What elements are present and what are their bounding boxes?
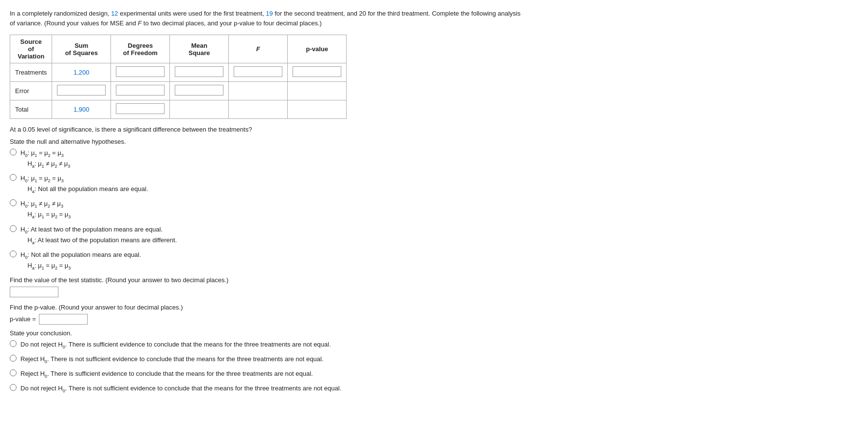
pvalue-section: Find the p-value. (Round your answer to … [10, 304, 526, 325]
error-ms-cell [170, 82, 229, 100]
conclusion-radio-2[interactable] [10, 355, 17, 362]
intro-num-19: 19 [266, 10, 273, 17]
anova-table: Sourceof Variation Sumof Squares Degrees… [10, 35, 347, 119]
intro-f-italic: F [138, 19, 142, 27]
col-header-ss: Sumof Squares [52, 35, 111, 63]
hypothesis-option-1[interactable]: H0: μ1 = μ2 = μ3 Ha: μ1 ≠ μ2 ≠ μ3 [10, 148, 526, 170]
total-dof-input[interactable] [116, 103, 165, 114]
error-dof-cell [111, 82, 170, 100]
treatments-f-input[interactable] [234, 66, 282, 77]
table-row-treatments: Treatments 1,200 [10, 63, 347, 82]
conclusion-text-3: Reject H0. There is sufficient evidence … [20, 369, 313, 380]
conclusion-option-3[interactable]: Reject H0. There is sufficient evidence … [10, 369, 526, 380]
table-row-error: Error [10, 82, 347, 100]
pvalue-label: Find the p-value. (Round your answer to … [10, 304, 526, 311]
hypothesis-ha-5: Ha: μ1 = μ2 = μ3 [20, 261, 141, 271]
total-label: Total [10, 100, 52, 119]
hypothesis-h0-1: H0: μ1 = μ2 = μ3 [20, 148, 70, 159]
hypothesis-content-4: H0: At least two of the population means… [20, 225, 177, 246]
conclusion-radio-4[interactable] [10, 384, 17, 391]
conclusion-text-4: Do not reject H0. There is not sufficien… [20, 384, 341, 394]
intro-paragraph: In a completely randomized design, 12 ex… [10, 9, 526, 28]
hypothesis-content-1: H0: μ1 = μ2 = μ3 Ha: μ1 ≠ μ2 ≠ μ3 [20, 148, 70, 170]
hypothesis-options: H0: μ1 = μ2 = μ3 Ha: μ1 ≠ μ2 ≠ μ3 H0: μ1… [10, 148, 526, 271]
treatments-f-cell [229, 63, 288, 82]
error-f-cell [229, 82, 288, 100]
col-header-source: Sourceof Variation [10, 35, 52, 63]
hypothesis-ha-2: Ha: Not all the population means are equ… [20, 184, 148, 195]
conclusion-text-1: Do not reject H0. There is sufficient ev… [20, 340, 331, 350]
col-header-pvalue: p-value [288, 35, 347, 63]
treatments-ms-cell [170, 63, 229, 82]
test-stat-input[interactable] [10, 287, 58, 297]
hypothesis-option-2[interactable]: H0: μ1 = μ2 = μ3 Ha: Not all the populat… [10, 174, 526, 195]
intro-num-12: 12 [111, 10, 118, 17]
significance-question: At a 0.05 level of significance, is ther… [10, 126, 526, 133]
hypothesis-h0-3: H0: μ1 ≠ μ2 ≠ μ3 [20, 199, 71, 210]
treatments-ms-input[interactable] [175, 66, 223, 77]
hypothesis-ha-1: Ha: μ1 ≠ μ2 ≠ μ3 [20, 159, 70, 170]
hypothesis-ha-4: Ha: At least two of the population means… [20, 235, 177, 246]
hypothesis-radio-5[interactable] [10, 251, 17, 257]
error-dof-input[interactable] [116, 85, 165, 96]
conclusion-section: State your conclusion. Do not reject H0.… [10, 329, 526, 394]
table-row-total: Total 1,900 [10, 100, 347, 119]
hypothesis-option-3[interactable]: H0: μ1 ≠ μ2 ≠ μ3 Ha: μ1 = μ2 = μ3 [10, 199, 526, 220]
hypothesis-radio-1[interactable] [10, 149, 17, 155]
intro-text-end: to two decimal places, and your p-value … [142, 19, 322, 27]
intro-text-before-12: In a completely randomized design, [10, 10, 111, 17]
conclusion-option-1[interactable]: Do not reject H0. There is sufficient ev… [10, 340, 526, 350]
treatments-pv-input[interactable] [293, 66, 341, 77]
error-pv-cell [288, 82, 347, 100]
total-pv-cell [288, 100, 347, 119]
hypothesis-content-5: H0: Not all the population means are equ… [20, 250, 141, 271]
hypothesis-ha-3: Ha: μ1 = μ2 = μ3 [20, 210, 71, 220]
conclusion-option-4[interactable]: Do not reject H0. There is not sufficien… [10, 384, 526, 394]
hypothesis-radio-2[interactable] [10, 174, 17, 181]
conclusion-option-2[interactable]: Reject H0. There is not sufficient evide… [10, 354, 526, 365]
pvalue-prefix: p-value = [10, 315, 36, 323]
col-header-ms: MeanSquare [170, 35, 229, 63]
total-dof-cell [111, 100, 170, 119]
pvalue-row: p-value = [10, 314, 526, 325]
hypothesis-h0-5: H0: Not all the population means are equ… [20, 250, 141, 261]
error-label: Error [10, 82, 52, 100]
col-header-dof: Degreesof Freedom [111, 35, 170, 63]
total-ss-value: 1,900 [52, 100, 111, 119]
treatments-label: Treatments [10, 63, 52, 82]
conclusion-label: State your conclusion. [10, 329, 526, 337]
hypothesis-h0-4: H0: At least two of the population means… [20, 225, 177, 235]
error-ss-input[interactable] [57, 85, 106, 96]
hypothesis-h0-2: H0: μ1 = μ2 = μ3 [20, 174, 148, 184]
state-hypotheses-label: State the null and alternative hypothese… [10, 138, 526, 145]
pvalue-input[interactable] [39, 314, 88, 325]
hypothesis-content-2: H0: μ1 = μ2 = μ3 Ha: Not all the populat… [20, 174, 148, 195]
test-stat-label: Find the value of the test statistic. (R… [10, 276, 526, 284]
conclusion-radio-3[interactable] [10, 369, 17, 376]
conclusion-radio-1[interactable] [10, 340, 17, 347]
treatments-ss-value: 1,200 [52, 63, 111, 82]
hypothesis-option-5[interactable]: H0: Not all the population means are equ… [10, 250, 526, 271]
treatments-pv-cell [288, 63, 347, 82]
hypothesis-radio-3[interactable] [10, 199, 17, 206]
test-stat-section: Find the value of the test statistic. (R… [10, 276, 526, 299]
hypothesis-radio-4[interactable] [10, 225, 17, 232]
col-header-f: F [229, 35, 288, 63]
treatments-dof-cell [111, 63, 170, 82]
hypothesis-option-4[interactable]: H0: At least two of the population means… [10, 225, 526, 246]
total-ms-cell [170, 100, 229, 119]
intro-text-after-12: experimental units were used for the fir… [118, 10, 266, 17]
conclusion-text-2: Reject H0. There is not sufficient evide… [20, 354, 323, 365]
treatments-dof-input[interactable] [116, 66, 165, 77]
conclusion-options: Do not reject H0. There is sufficient ev… [10, 340, 526, 394]
hypothesis-content-3: H0: μ1 ≠ μ2 ≠ μ3 Ha: μ1 = μ2 = μ3 [20, 199, 71, 220]
error-ms-input[interactable] [175, 85, 223, 96]
total-f-cell [229, 100, 288, 119]
error-ss-cell [52, 82, 111, 100]
